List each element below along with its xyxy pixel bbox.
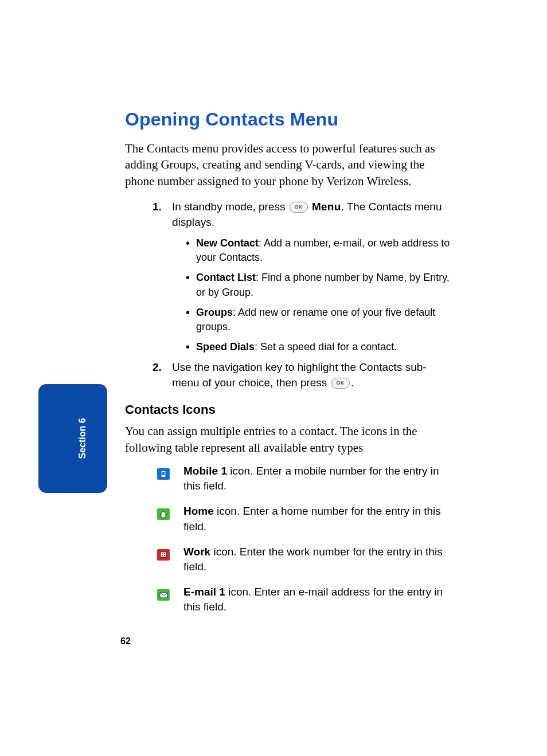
section-tab: Section 6 [38,384,107,493]
ok-button-icon: OK [290,202,308,213]
icon-desc: Work icon. Enter the work number for the… [183,545,452,574]
icon-row-work: Work icon. Enter the work number for the… [157,545,452,574]
svg-marker-2 [160,511,167,518]
step-2: 2. Use the navigation key to highlight t… [156,360,452,391]
bullet-desc: : Set a speed dial for a contact. [255,341,397,352]
step-text: In standby mode, press OK Menu. The Cont… [172,201,442,228]
manual-page: Section 6 Opening Contacts Menu The Cont… [0,0,547,756]
icon-label: Mobile 1 [183,465,227,477]
svg-rect-4 [162,553,163,554]
svg-rect-7 [164,555,165,556]
svg-rect-1 [162,472,165,475]
icon-cell [157,504,183,520]
icon-desc: E-mail 1 icon. Enter an e-mail address f… [183,585,452,614]
step-post: . [351,377,354,389]
icon-text: icon. Enter a home number for the entry … [183,505,441,532]
step-text: Use the navigation key to highlight the … [172,361,427,389]
bullet-contact-list: Contact List: Find a phone number by Nam… [186,271,452,299]
bullet-label: New Contact [196,237,259,249]
work-icon [157,549,170,561]
page-number: 62 [120,636,131,647]
step-number: 1. [153,199,162,215]
icon-label: Work [183,546,210,558]
step-1: 1. In standby mode, press OK Menu. The C… [156,199,452,354]
page-content: Opening Contacts Menu The Contacts menu … [125,109,452,625]
bullet-groups: Groups: Add new or rename one of your fi… [186,305,452,334]
step-pre: In standby mode, press [172,201,288,213]
icon-label: E-mail 1 [183,586,225,598]
icon-text: icon. Enter the work number for the entr… [183,546,443,573]
section-tab-label: Section 6 [77,418,87,459]
svg-rect-5 [164,553,165,554]
ok-button-icon: OK [331,378,350,389]
email-1-icon [157,589,170,601]
step-1-bullets: New Contact: Add a number, e-mail, or we… [172,236,452,354]
step-number: 2. [153,360,162,375]
icon-table: Mobile 1 icon. Enter a mobile number for… [157,464,452,615]
contacts-icons-intro: You can assign multiple entries to a con… [125,423,452,456]
intro-paragraph: The Contacts menu provides access to pow… [125,140,452,189]
icon-row-mobile-1: Mobile 1 icon. Enter a mobile number for… [157,464,452,493]
contacts-icons-heading: Contacts Icons [125,402,452,417]
icon-row-email-1: E-mail 1 icon. Enter an e-mail address f… [157,585,452,614]
bullet-speed-dials: Speed Dials: Set a speed dial for a cont… [186,340,452,354]
bullet-label: Groups [196,307,233,318]
bullet-label: Contact List [196,272,256,283]
svg-rect-6 [162,555,163,556]
mobile-1-icon [157,468,170,480]
icon-label: Home [183,505,214,517]
icon-row-home: Home icon. Enter a home number for the e… [157,504,452,534]
step-pre: Use the navigation key to highlight the … [172,361,427,389]
bullet-label: Speed Dials [196,341,255,352]
svg-rect-3 [161,552,166,557]
icon-cell [157,464,183,480]
icon-cell [157,545,183,561]
step-bold: Menu [312,201,341,213]
home-icon [157,508,170,520]
step-list: 1. In standby mode, press OK Menu. The C… [125,199,452,391]
icon-desc: Mobile 1 icon. Enter a mobile number for… [183,464,452,493]
icon-cell [157,585,183,601]
bullet-new-contact: New Contact: Add a number, e-mail, or we… [186,236,452,265]
icon-desc: Home icon. Enter a home number for the e… [183,504,452,534]
page-title: Opening Contacts Menu [125,109,452,130]
